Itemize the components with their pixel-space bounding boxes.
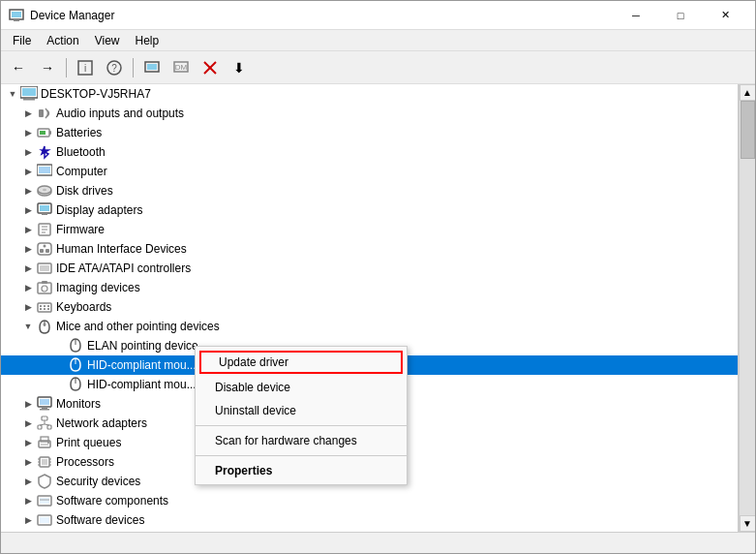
svg-rect-57	[40, 409, 49, 411]
tree-node-bluetooth[interactable]: ▶ Bluetooth	[1, 142, 738, 162]
menu-file[interactable]: File	[5, 32, 39, 49]
processors-expand-icon[interactable]: ▶	[20, 454, 36, 470]
hid-expand-icon[interactable]: ▶	[20, 241, 36, 257]
software-dev-label: Software devices	[56, 513, 144, 527]
tree-node-mice[interactable]: ▼ Mice and other pointing devices	[1, 317, 738, 336]
print-icon	[36, 434, 53, 451]
batteries-icon	[36, 124, 53, 141]
status-bar	[1, 532, 755, 553]
elan-label: ELAN pointing device	[87, 339, 198, 353]
network-expand-icon[interactable]: ▶	[20, 416, 36, 431]
svg-rect-69	[42, 459, 47, 465]
tree-node-computer[interactable]: ▶ Computer	[1, 162, 738, 181]
mice-label: Mice and other pointing devices	[56, 320, 220, 333]
hid-icon	[36, 240, 53, 258]
keyboards-label: Keyboards	[56, 300, 111, 314]
close-button[interactable]: ✕	[703, 1, 747, 30]
hid2-label: HID-compliant mou...	[87, 378, 197, 391]
bluetooth-expand-icon[interactable]: ▶	[20, 144, 36, 160]
context-properties[interactable]: Properties	[196, 459, 407, 482]
tree-node-software-comp[interactable]: ▶ Software components	[1, 491, 738, 510]
device-manager-window: Device Manager ─ □ ✕ File Action View He…	[0, 0, 756, 554]
monitors-expand-icon[interactable]: ▶	[20, 396, 36, 412]
menu-view[interactable]: View	[87, 32, 128, 49]
back-button[interactable]: ←	[5, 55, 32, 80]
display-expand-icon[interactable]: ▶	[20, 202, 36, 218]
software-dev-expand-icon[interactable]: ▶	[20, 512, 36, 528]
software-comp-expand-icon[interactable]: ▶	[20, 493, 36, 508]
context-update-driver[interactable]: Update driver	[199, 351, 403, 374]
scroll-down-arrow[interactable]: ▼	[740, 515, 756, 532]
svg-rect-58	[42, 416, 47, 420]
processors-icon	[36, 453, 53, 471]
print-expand-icon[interactable]: ▶	[20, 435, 36, 450]
tree-node-disk[interactable]: ▶ Disk drives	[1, 181, 738, 200]
svg-rect-60	[47, 425, 51, 429]
tree-node-firmware[interactable]: ▶ Firmware	[1, 220, 738, 239]
tree-node-sound[interactable]: ▶ Sound, video and game controllers	[1, 530, 738, 532]
monitors-icon	[36, 395, 53, 413]
context-scan[interactable]: Scan for hardware changes	[196, 429, 407, 452]
software-dev-icon	[36, 511, 53, 529]
scroll-track[interactable]	[740, 101, 756, 515]
security-expand-icon[interactable]: ▶	[20, 474, 36, 489]
uninstall-button[interactable]	[197, 55, 224, 80]
tree-node-software-dev[interactable]: ▶ Software devices	[1, 510, 738, 530]
imaging-icon	[36, 279, 53, 296]
scroll-thumb[interactable]	[741, 101, 755, 159]
context-menu: Update driver Disable device Uninstall d…	[195, 346, 408, 485]
security-label: Security devices	[56, 475, 140, 488]
svg-rect-77	[40, 498, 49, 504]
download-button[interactable]: ⬇	[226, 55, 253, 80]
svg-text:DM: DM	[175, 63, 188, 72]
tree-node-keyboards[interactable]: ▶ Keyboards	[1, 297, 738, 317]
tree-root-node[interactable]: ▼ DESKTOP-VJ5RHA7	[1, 84, 738, 104]
svg-point-41	[42, 286, 47, 292]
svg-rect-35	[40, 249, 44, 253]
tree-node-hid[interactable]: ▶ Human Interface Devices	[1, 239, 738, 259]
scroll-up-arrow[interactable]: ▲	[740, 84, 756, 101]
bluetooth-icon	[36, 143, 53, 161]
help-button[interactable]: ?	[101, 55, 128, 80]
minimize-button[interactable]: ─	[614, 1, 658, 30]
svg-rect-16	[23, 99, 35, 101]
svg-rect-28	[42, 213, 47, 215]
computer-expand-icon[interactable]: ▶	[20, 164, 36, 179]
tree-node-display[interactable]: ▶ Display adapters	[1, 200, 738, 220]
maximize-button[interactable]: □	[658, 1, 703, 30]
firmware-expand-icon[interactable]: ▶	[20, 222, 36, 237]
svg-rect-40	[42, 281, 47, 284]
imaging-expand-icon[interactable]: ▶	[20, 280, 36, 295]
svg-rect-47	[44, 308, 45, 310]
processors-label: Processors	[56, 455, 114, 469]
context-disable-device[interactable]: Disable device	[196, 376, 407, 399]
mice-expand-icon[interactable]: ▼	[20, 319, 36, 334]
tree-node-audio[interactable]: ▶ Audio inputs and outputs	[1, 104, 738, 123]
window-controls: ─ □ ✕	[614, 1, 747, 30]
batteries-expand-icon[interactable]: ▶	[20, 125, 36, 140]
forward-button[interactable]: →	[34, 55, 61, 80]
hid1-label: HID-compliant mou...	[87, 358, 197, 372]
tree-node-imaging[interactable]: ▶ Imaging devices	[1, 278, 738, 297]
update-driver-button[interactable]: DM	[167, 55, 195, 80]
context-uninstall-device[interactable]: Uninstall device	[196, 399, 407, 422]
svg-rect-2	[14, 19, 19, 21]
svg-point-67	[47, 442, 49, 444]
ide-expand-icon[interactable]: ▶	[20, 261, 36, 276]
tree-node-ide[interactable]: ▶ IDE ATA/ATAPI controllers	[1, 259, 738, 278]
disk-expand-icon[interactable]: ▶	[20, 183, 36, 199]
sound-icon	[36, 531, 53, 532]
properties-button[interactable]: i	[72, 55, 99, 80]
tree-node-batteries[interactable]: ▶ Batteries	[1, 123, 738, 142]
scan-button[interactable]	[138, 55, 166, 80]
device-tree[interactable]: ▼ DESKTOP-VJ5RHA7 ▶	[1, 84, 739, 532]
menu-help[interactable]: Help	[128, 32, 167, 49]
audio-expand-icon[interactable]: ▶	[20, 106, 36, 121]
keyboards-expand-icon[interactable]: ▶	[20, 299, 36, 315]
vertical-scrollbar[interactable]: ▲ ▼	[739, 84, 755, 532]
root-expand-icon[interactable]: ▼	[5, 86, 20, 102]
menu-action[interactable]: Action	[39, 32, 86, 49]
disk-icon	[36, 182, 53, 200]
batteries-label: Batteries	[56, 126, 102, 139]
svg-rect-8	[147, 64, 157, 70]
